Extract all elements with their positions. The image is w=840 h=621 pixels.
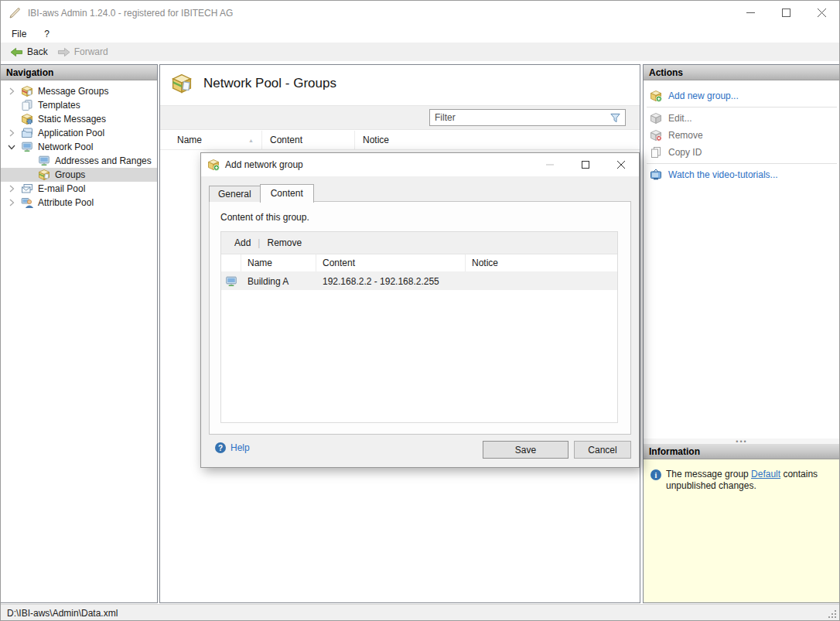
menu-file[interactable]: File (5, 26, 33, 42)
menu-help[interactable]: ? (37, 26, 56, 42)
column-label: Name (177, 135, 202, 145)
row-icon-cell (221, 272, 241, 290)
nav-item-attribute-pool[interactable]: Attribute Pool (1, 196, 157, 210)
nav-item-message-groups[interactable]: Message Groups (1, 84, 157, 98)
attribute-pool-icon (21, 196, 33, 209)
nav-item-static-messages[interactable]: Static Messages (1, 112, 157, 126)
list-column-headers: Name ▲ Content Notice (160, 131, 640, 150)
dialog-controls (532, 153, 639, 176)
dialog-maximize-button[interactable] (568, 153, 603, 176)
message-groups-icon (21, 85, 33, 97)
maximize-icon (782, 9, 790, 17)
nav-label: Message Groups (38, 86, 108, 97)
forward-arrow-icon (57, 46, 70, 58)
chevron-right-icon[interactable] (7, 128, 16, 138)
action-watch-video-tutorials[interactable]: Watch the video-tutorials... (644, 166, 840, 183)
filter-funnel-icon[interactable] (610, 112, 621, 124)
action-edit[interactable]: Edit... (644, 110, 840, 127)
filter-box (429, 109, 626, 126)
minimize-button[interactable] (732, 1, 768, 25)
edit-group-icon (650, 112, 662, 125)
column-header-content[interactable]: Content (316, 254, 466, 271)
resize-grip-icon[interactable] (828, 609, 837, 619)
default-group-link[interactable]: Default (751, 469, 780, 479)
action-remove[interactable]: Remove (644, 127, 840, 144)
add-entry-button[interactable]: Add (229, 235, 256, 251)
dialog-minimize-button (532, 153, 568, 176)
column-label: Name (248, 258, 272, 268)
help-link[interactable]: ? Help (215, 442, 250, 453)
forward-button[interactable]: Forward (53, 45, 113, 60)
groups-icon (38, 169, 50, 181)
column-header-name[interactable]: Name (241, 254, 316, 271)
email-pool-icon (21, 183, 33, 195)
column-label: Content (270, 135, 302, 145)
chevron-down-icon[interactable] (7, 142, 16, 152)
chevron-right-icon[interactable] (7, 184, 16, 193)
nav-item-application-pool[interactable]: Application Pool (1, 126, 157, 140)
save-button[interactable]: Save (483, 441, 569, 459)
info-text-before: The message group (666, 469, 751, 479)
forward-label: Forward (74, 46, 108, 57)
dialog-tabs: General Content (209, 186, 313, 202)
column-header-content[interactable]: Content (262, 131, 355, 149)
dialog-column-headers: Name Content Notice (221, 254, 617, 272)
column-header-notice[interactable]: Notice (466, 254, 617, 271)
column-header-name[interactable]: Name ▲ (160, 131, 262, 149)
table-row[interactable]: Building A 192.168.2.2 - 192.168.2.255 (221, 272, 617, 290)
maximize-button[interactable] (768, 1, 804, 25)
dialog-title-bar: Add network group (201, 153, 639, 176)
nav-label: Network Pool (38, 142, 93, 152)
tab-description: Content of this group. (220, 212, 309, 223)
action-label: Edit... (668, 113, 692, 124)
addresses-and-ranges-icon (38, 155, 50, 167)
nav-toolbar: Back Forward (1, 43, 839, 61)
nav-label: Attribute Pool (38, 197, 94, 208)
nav-item-addresses-and-ranges[interactable]: Addresses and Ranges (1, 154, 157, 168)
filter-input[interactable] (430, 112, 610, 123)
page-title-row: Network Pool - Groups (170, 73, 336, 94)
action-add-new-group[interactable]: Add new group... (644, 87, 840, 104)
row-notice-cell (466, 272, 617, 290)
content-tab-page: Content of this group. Add | Remove Name… (209, 201, 631, 435)
information-header: Information (644, 444, 840, 459)
nav-item-email-pool[interactable]: E-mail Pool (1, 182, 157, 196)
actions-list: Add new group... Edit... Remove Copy ID … (644, 80, 840, 438)
close-icon (818, 9, 826, 17)
dialog-close-button[interactable] (603, 153, 639, 176)
chevron-right-icon[interactable] (7, 198, 16, 207)
column-label: Content (323, 258, 355, 268)
close-button[interactable] (804, 1, 839, 25)
add-network-group-dialog: Add network group General Content Conten… (200, 152, 640, 468)
chevron-right-icon[interactable] (7, 87, 16, 96)
add-group-icon (650, 90, 662, 102)
action-label: Add new group... (668, 90, 739, 101)
tab-content[interactable]: Content (260, 184, 314, 203)
window-controls (732, 1, 839, 25)
cancel-button[interactable]: Cancel (574, 441, 631, 459)
back-arrow-icon (10, 46, 23, 58)
remove-entry-button[interactable]: Remove (261, 235, 307, 251)
nav-label: E-mail Pool (38, 183, 85, 194)
column-header-icon[interactable] (221, 254, 241, 271)
group-content-toolbar: Add | Remove (221, 232, 617, 254)
action-label: Copy ID (668, 147, 702, 158)
nav-item-network-pool[interactable]: Network Pool (1, 140, 157, 154)
minimize-icon (746, 9, 755, 17)
panel-splitter[interactable]: ••• (644, 438, 840, 444)
information-message: The message group Default contains unpub… (666, 469, 830, 492)
column-header-notice[interactable]: Notice (355, 131, 640, 149)
minimize-icon (546, 161, 554, 169)
information-panel: i The message group Default contains unp… (644, 459, 840, 602)
back-button[interactable]: Back (5, 45, 53, 60)
navigation-header: Navigation (1, 65, 157, 80)
remove-group-icon (650, 129, 662, 142)
tab-general[interactable]: General (209, 186, 261, 202)
info-icon: i (650, 469, 661, 480)
action-copy-id[interactable]: Copy ID (644, 144, 840, 161)
nav-item-templates[interactable]: Templates (1, 98, 157, 112)
status-path: D:\IBI-aws\Admin\Data.xml (7, 608, 118, 619)
nav-item-groups[interactable]: Groups (1, 168, 157, 182)
help-label: Help (230, 442, 250, 453)
templates-icon (21, 99, 33, 111)
